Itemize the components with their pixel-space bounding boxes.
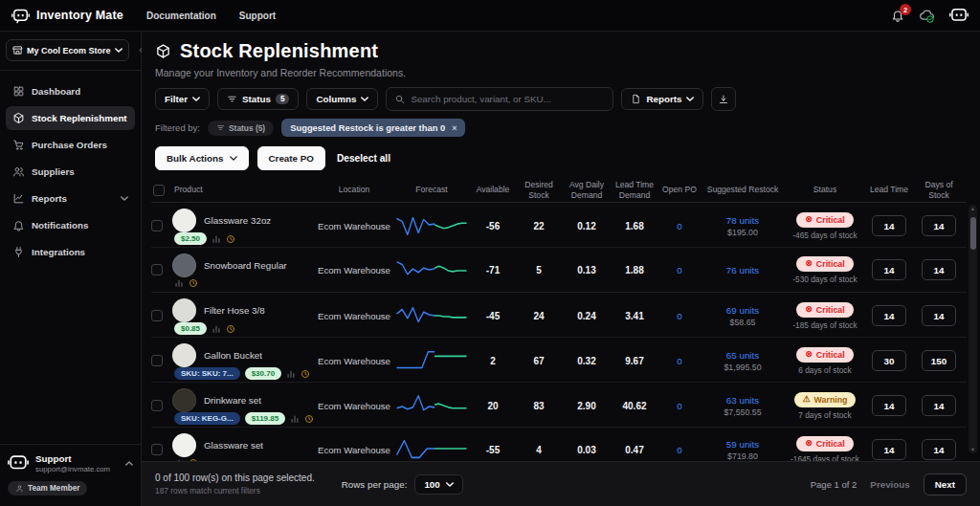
restock-filter-chip[interactable]: Suggested Restock is greater than 0 × [281,119,465,137]
days-of-stock-input[interactable]: 14 [922,215,956,236]
bar-chart-icon[interactable] [212,324,221,334]
col-open-po[interactable]: Open PO [658,185,701,194]
col-lead-time-demand[interactable]: Lead Time Demand [611,180,658,200]
status-label: Critical [816,259,845,269]
columns-button[interactable]: Columns [306,88,378,110]
sync-status-button[interactable] [919,8,935,24]
chevron-down-icon [686,97,694,101]
vertical-scrollbar[interactable]: ▲ ▼ [969,205,977,453]
restock-units-link[interactable]: 69 units [726,305,759,316]
days-of-stock-input[interactable]: 14 [922,439,956,460]
scrollbar-thumb[interactable] [970,217,976,250]
product-name[interactable]: Glassware 32oz [204,215,271,226]
restock-units-link[interactable]: 78 units [726,215,759,226]
row-checkbox[interactable] [151,355,163,366]
sidebar-item-purchase-orders[interactable]: Purchase Orders [6,133,135,157]
filter-button[interactable]: Filter [155,88,210,110]
col-desired-stock[interactable]: Desired Stock [515,180,563,200]
col-days-of-stock[interactable]: Days of Stock [913,180,965,200]
user-avatar-bot-icon[interactable] [949,6,969,25]
clock-icon[interactable] [226,234,235,244]
deselect-all-button[interactable]: Deselect all [337,153,390,164]
open-po-link[interactable]: 0 [658,401,701,411]
product-name[interactable]: Glassware set [204,440,263,451]
restock-units-link[interactable]: 65 units [726,350,759,361]
sidebar-item-dashboard[interactable]: Dashboard [6,79,135,103]
export-button[interactable] [711,87,736,111]
reports-button[interactable]: Reports [621,88,703,110]
scroll-down-icon[interactable]: ▼ [969,447,977,452]
restock-units-link[interactable]: 76 units [726,265,759,275]
clock-icon[interactable] [304,414,314,424]
bar-chart-icon[interactable] [290,414,300,424]
days-of-stock-input[interactable]: 14 [922,305,956,326]
product-name[interactable]: Drinkware set [204,395,261,406]
row-checkbox[interactable] [151,310,163,321]
days-of-stock-input[interactable]: 14 [922,395,956,416]
nav-link-support[interactable]: Support [239,11,276,21]
col-lead-time[interactable]: Lead Time [865,185,913,194]
clock-icon[interactable] [189,458,198,461]
lead-time-input[interactable]: 14 [872,259,906,280]
days-of-stock-input[interactable]: 14 [922,259,956,280]
lead-time-input[interactable]: 14 [872,215,906,236]
sku-badge: SKU: SKU: 7... [174,367,240,380]
sidebar-item-suppliers[interactable]: Suppliers [6,160,135,184]
open-po-link[interactable]: 0 [658,221,701,231]
bar-chart-icon[interactable] [286,369,296,379]
days-of-stock-input[interactable]: 150 [922,350,956,371]
open-po-link[interactable]: 0 [658,356,701,366]
col-available[interactable]: Available [471,185,515,194]
lead-time-input[interactable]: 14 [872,395,906,416]
status-button-label: Status [242,94,271,104]
product-name[interactable]: Gallon Bucket [204,350,262,361]
clock-icon[interactable] [189,278,198,288]
brand[interactable]: Inventory Mate [11,7,123,25]
col-product[interactable]: Product [172,185,316,194]
next-page-button[interactable]: Next [924,473,967,495]
lead-time-input[interactable]: 14 [872,305,906,326]
support-account[interactable]: Support support@invmate.com [8,452,133,473]
col-location[interactable]: Location [316,185,392,194]
restock-units-link[interactable]: 63 units [726,395,759,406]
restock-units-link[interactable]: 59 units [726,439,759,450]
sidebar-item-notifications[interactable]: Notifications [6,213,135,237]
sidebar-item-integrations[interactable]: Integrations [6,240,135,264]
rows-per-page-select[interactable]: 100 [414,474,462,495]
lead-time-input[interactable]: 14 [872,439,906,460]
col-status[interactable]: Status [785,185,865,194]
product-name[interactable]: Filter Hose 3/8 [204,305,265,316]
bar-chart-icon[interactable] [212,234,221,244]
sidebar-item-stock-replenishment[interactable]: Stock Replenishment [6,106,135,130]
restock-value: $1,995.50 [724,363,761,372]
search-input[interactable] [411,94,605,104]
row-checkbox[interactable] [151,444,163,455]
bar-chart-icon[interactable] [174,278,184,288]
select-all-checkbox[interactable] [153,185,165,196]
clock-icon[interactable] [226,324,235,334]
nav-link-documentation[interactable]: Documentation [146,11,216,21]
status-filter-chip[interactable]: Status (5) [208,121,274,136]
open-po-link[interactable]: 0 [658,445,701,455]
store-selector[interactable]: My Cool Ecom Store [6,39,129,61]
sidebar-item-reports[interactable]: Reports [6,187,135,210]
create-po-button[interactable]: Create PO [257,146,325,170]
row-checkbox[interactable] [151,400,163,411]
previous-page-button[interactable]: Previous [870,479,909,490]
row-checkbox[interactable] [151,220,163,231]
open-po-link[interactable]: 0 [658,265,701,275]
bulk-actions-button[interactable]: Bulk Actions [155,146,249,170]
col-suggested-restock[interactable]: Suggested Restock [701,185,785,194]
notifications-button[interactable]: 2 [891,9,904,22]
col-forecast[interactable]: Forecast [392,185,471,194]
product-name[interactable]: Snowboard Regular [204,260,287,271]
row-checkbox[interactable] [151,264,163,275]
clock-icon[interactable] [301,369,310,379]
bar-chart-icon[interactable] [174,458,184,461]
status-filter-button[interactable]: Status 5 [217,88,300,110]
open-po-link[interactable]: 0 [658,311,701,321]
scroll-up-icon[interactable]: ▲ [969,206,977,211]
col-avg-daily-demand[interactable]: Avg Daily Demand [563,180,611,200]
close-icon[interactable]: × [452,123,457,133]
lead-time-input[interactable]: 30 [872,350,906,371]
